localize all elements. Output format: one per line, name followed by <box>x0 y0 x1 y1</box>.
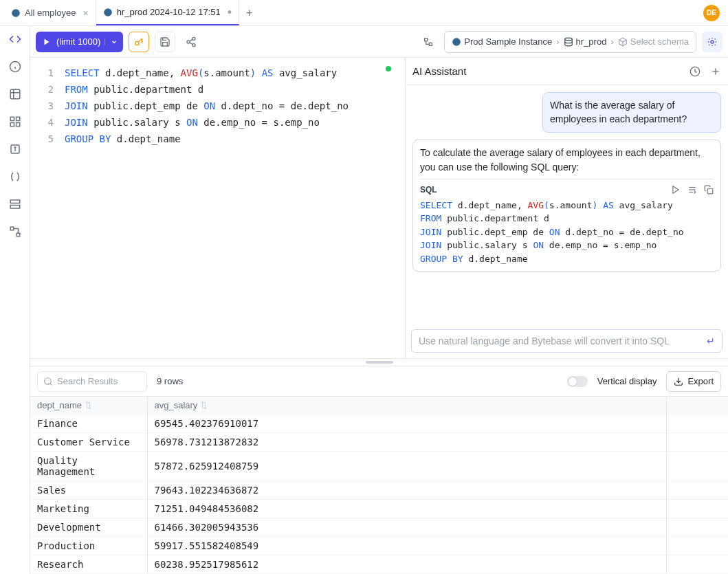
postgres-icon <box>103 8 113 17</box>
run-snippet-icon[interactable] <box>671 185 681 195</box>
crumb-database-label: hr_prod <box>576 36 607 47</box>
search-icon <box>43 377 53 386</box>
ai-assistant-panel: AI Assistant What is the average salary … <box>405 58 728 358</box>
crumb-instance[interactable]: Prod Sample Instance <box>452 36 552 47</box>
table-row[interactable]: Research60238.952517985612 <box>30 555 728 574</box>
svg-rect-16 <box>16 233 20 236</box>
crumb-schema-label: Select schema <box>630 36 689 47</box>
cube-icon <box>618 37 628 47</box>
add-tab-button[interactable]: + <box>239 7 259 19</box>
breadcrumb[interactable]: Prod Sample Instance › hr_prod › Select … <box>444 31 696 53</box>
svg-rect-8 <box>10 117 14 120</box>
plus-icon[interactable] <box>710 66 721 77</box>
crumb-instance-label: Prod Sample Instance <box>464 36 552 47</box>
table-row[interactable]: Quality Management57872.625912408759 <box>30 452 728 481</box>
svg-rect-5 <box>10 89 20 99</box>
database-icon <box>564 37 573 47</box>
toolbar: (limit 1000) <box>30 26 728 58</box>
tab-hr-prod[interactable]: hr_prod 2024-10-12 17:51 • <box>96 0 239 25</box>
svg-rect-14 <box>10 206 20 209</box>
insert-snippet-icon[interactable] <box>687 185 697 195</box>
send-icon[interactable]: ↵ <box>707 335 715 346</box>
table-row[interactable]: Marketing71251.049484536082 <box>30 500 728 518</box>
row-count: 9 rows <box>157 376 183 386</box>
svg-point-18 <box>135 41 139 45</box>
function-icon[interactable] <box>9 143 21 155</box>
table-row[interactable]: Sales79643.102234636872 <box>30 481 728 500</box>
svg-marker-32 <box>673 186 679 193</box>
table-row[interactable]: Development61466.302005943536 <box>30 518 728 537</box>
download-icon <box>674 377 683 386</box>
code-icon[interactable] <box>9 33 21 45</box>
parentheses-icon[interactable] <box>9 170 21 183</box>
ai-input-placeholder: Use natural language and Bytebase will c… <box>419 335 670 346</box>
tabs-bar: All employee × hr_prod 2024-10-12 17:51 … <box>0 0 728 26</box>
search-input[interactable]: Search Results <box>37 371 147 392</box>
chevron-right-icon: › <box>610 36 613 47</box>
history-icon[interactable] <box>690 66 701 77</box>
run-button[interactable]: (limit 1000) <box>36 32 123 52</box>
horizontal-resize-handle[interactable] <box>366 361 393 364</box>
svg-line-22 <box>190 43 193 45</box>
ai-assistant-text: To calculate the average salary of emplo… <box>420 146 714 175</box>
ai-title: AI Assistant <box>412 65 690 77</box>
code-area[interactable]: SELECT d.dept_name, AVG(s.amount) AS avg… <box>60 58 401 358</box>
svg-line-38 <box>50 383 52 385</box>
svg-point-28 <box>711 41 714 43</box>
svg-rect-25 <box>430 43 432 45</box>
chevron-right-icon: › <box>556 36 559 47</box>
chevron-down-icon[interactable] <box>104 38 123 45</box>
ai-code-block: SELECT d.dept_name, AVG(s.amount) AS avg… <box>420 199 714 266</box>
sql-editor[interactable]: 12345 SELECT d.dept_name, AVG(s.amount) … <box>30 58 401 358</box>
grid-icon[interactable] <box>9 115 21 128</box>
column-header[interactable]: dept_name⇅ <box>30 397 147 415</box>
svg-line-23 <box>190 39 193 41</box>
svg-rect-24 <box>425 38 428 41</box>
play-icon <box>36 38 56 46</box>
ai-input[interactable]: Use natural language and Bytebase will c… <box>411 329 723 353</box>
search-placeholder: Search Results <box>57 376 118 386</box>
svg-point-26 <box>452 38 461 46</box>
tree-button[interactable] <box>418 32 439 52</box>
share-button[interactable] <box>181 32 201 52</box>
rows-icon[interactable] <box>9 198 21 210</box>
copy-icon[interactable] <box>704 185 714 195</box>
ai-user-message: What is the average salary of employees … <box>542 92 721 133</box>
ai-assistant-message: To calculate the average salary of emplo… <box>412 140 721 272</box>
table-icon[interactable] <box>9 88 21 100</box>
svg-point-1 <box>104 8 112 16</box>
line-gutter: 12345 <box>30 58 60 358</box>
ai-toggle-button[interactable] <box>702 32 723 52</box>
key-button[interactable] <box>129 32 149 52</box>
svg-rect-11 <box>10 123 14 126</box>
crumb-schema[interactable]: Select schema <box>618 36 689 47</box>
tab-label: All employee <box>25 8 76 18</box>
table-row[interactable]: Production59917.551582408549 <box>30 537 728 555</box>
postgres-icon <box>452 37 461 47</box>
postgres-icon <box>11 8 21 18</box>
export-button[interactable]: Export <box>666 371 721 392</box>
svg-rect-36 <box>707 188 713 194</box>
svg-point-37 <box>45 377 51 384</box>
close-icon[interactable]: × <box>82 8 88 19</box>
dirty-indicator-icon: • <box>228 6 232 19</box>
vertical-display-label: Vertical display <box>597 376 657 386</box>
workflow-icon[interactable] <box>9 225 21 238</box>
svg-point-27 <box>564 38 572 41</box>
run-label: (limit 1000) <box>56 36 104 47</box>
table-row[interactable]: Finance69545.402376910017 <box>30 415 728 433</box>
vertical-display-toggle[interactable] <box>567 376 588 387</box>
table-row[interactable]: Customer Service56978.731213872832 <box>30 433 728 452</box>
export-label: Export <box>687 376 714 386</box>
svg-point-20 <box>187 41 190 43</box>
results-table: dept_name⇅avg_salary⇅ Finance69545.40237… <box>30 397 728 574</box>
info-icon[interactable] <box>9 60 21 73</box>
tab-all-employee[interactable]: All employee × <box>4 0 96 25</box>
svg-point-19 <box>192 37 195 40</box>
svg-rect-15 <box>10 227 14 230</box>
save-button[interactable] <box>155 32 175 52</box>
results-panel: Search Results 9 rows Vertical display E… <box>30 366 728 574</box>
avatar[interactable]: DE <box>703 5 720 21</box>
column-header[interactable]: avg_salary⇅ <box>147 397 666 415</box>
crumb-database[interactable]: hr_prod <box>564 36 607 47</box>
